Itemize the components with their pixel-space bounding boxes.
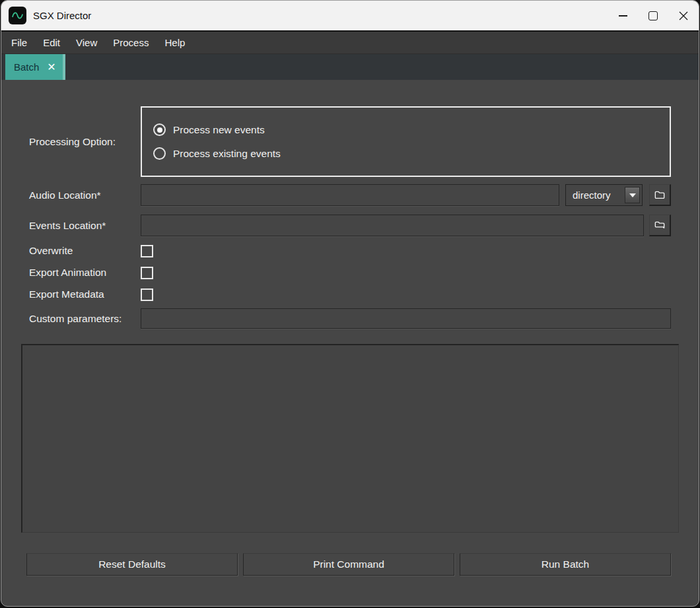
overwrite-row: Overwrite xyxy=(29,244,671,257)
folder-icon xyxy=(653,188,666,201)
menu-process[interactable]: Process xyxy=(105,32,157,53)
app-logo-icon xyxy=(9,7,26,24)
processing-option-group: Process new events Process existing even… xyxy=(141,106,671,177)
folder-icon xyxy=(653,219,666,232)
menu-file[interactable]: File xyxy=(3,32,35,53)
chevron-down-icon xyxy=(629,193,636,197)
audio-location-row: Audio Location* directory xyxy=(29,184,671,206)
tab-batch-label: Batch xyxy=(14,61,39,73)
print-command-button[interactable]: Print Command xyxy=(243,553,454,576)
batch-panel: Processing Option: Process new events Pr… xyxy=(1,106,699,576)
radio-row-existing-events[interactable]: Process existing events xyxy=(153,147,670,160)
tab-close-icon[interactable]: ✕ xyxy=(47,62,55,73)
export-metadata-checkbox[interactable] xyxy=(141,288,153,301)
events-location-label: Events Location* xyxy=(29,220,141,232)
radio-label-existing-events: Process existing events xyxy=(173,148,281,160)
titlebar: SGX Director xyxy=(1,1,699,32)
close-icon xyxy=(679,11,688,20)
audio-location-browse-button[interactable] xyxy=(649,184,671,206)
export-animation-checkbox[interactable] xyxy=(141,267,153,279)
tab-bar: Batch ✕ xyxy=(1,54,699,80)
export-metadata-row: Export Metadata xyxy=(29,288,671,301)
menu-edit[interactable]: Edit xyxy=(35,32,68,53)
maximize-button[interactable] xyxy=(638,1,668,30)
processing-option-row: Processing Option: Process new events Pr… xyxy=(29,106,671,177)
tab-batch[interactable]: Batch ✕ xyxy=(5,54,65,80)
audio-location-type-value: directory xyxy=(566,189,611,201)
audio-location-label: Audio Location* xyxy=(29,189,141,201)
processing-option-label: Processing Option: xyxy=(29,136,141,148)
window-title: SGX Director xyxy=(33,10,91,21)
custom-parameters-label: Custom parameters: xyxy=(29,313,141,325)
overwrite-checkbox[interactable] xyxy=(141,245,153,257)
app-window: SGX Director File Edit View Process Help… xyxy=(1,0,699,607)
menubar: File Edit View Process Help xyxy=(1,32,699,54)
menu-help[interactable]: Help xyxy=(157,32,193,53)
reset-defaults-button[interactable]: Reset Defaults xyxy=(26,553,238,576)
run-batch-button[interactable]: Run Batch xyxy=(460,553,671,576)
export-metadata-label: Export Metadata xyxy=(29,288,141,300)
radio-process-new-events[interactable] xyxy=(153,123,166,136)
custom-parameters-input[interactable] xyxy=(141,308,671,329)
close-button[interactable] xyxy=(668,1,699,30)
radio-row-new-events[interactable]: Process new events xyxy=(153,123,670,136)
maximize-icon xyxy=(648,11,658,20)
custom-parameters-row: Custom parameters: xyxy=(29,308,671,329)
radio-label-new-events: Process new events xyxy=(173,124,265,136)
export-animation-label: Export Animation xyxy=(29,267,141,279)
minimize-icon xyxy=(619,15,627,17)
events-location-row: Events Location* xyxy=(29,215,671,236)
action-button-row: Reset Defaults Print Command Run Batch xyxy=(26,553,671,576)
audio-location-type-select[interactable]: directory xyxy=(565,184,643,206)
overwrite-label: Overwrite xyxy=(29,245,141,257)
minimize-button[interactable] xyxy=(608,1,638,30)
combo-dropdown-button[interactable] xyxy=(625,187,640,203)
menu-view[interactable]: View xyxy=(68,32,105,53)
radio-process-existing-events[interactable] xyxy=(153,147,166,160)
audio-location-input[interactable] xyxy=(141,184,559,206)
batch-output-log[interactable] xyxy=(21,344,679,533)
export-animation-row: Export Animation xyxy=(29,266,671,279)
events-location-browse-button[interactable] xyxy=(649,215,671,236)
events-location-input[interactable] xyxy=(141,215,644,236)
